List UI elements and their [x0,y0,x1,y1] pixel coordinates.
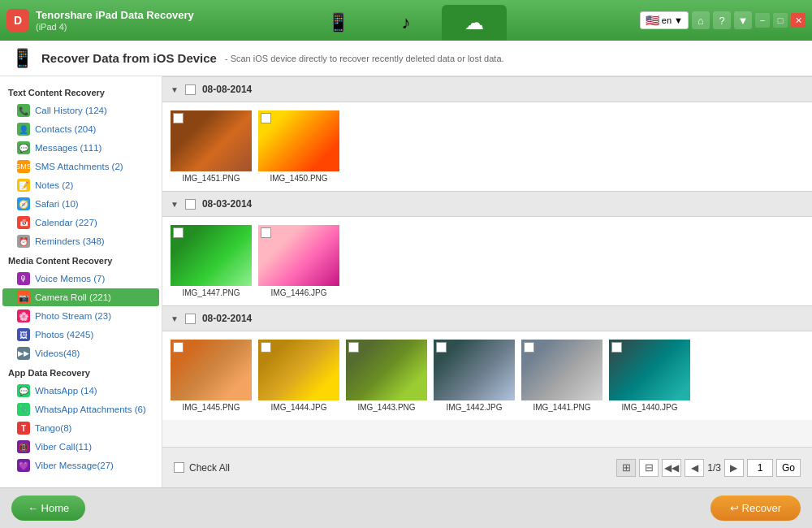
thumb-label: IMG_1444.JPG [271,403,327,412]
sidebar-item-contacts[interactable]: 👤 Contacts (204) [2,120,159,138]
thumbnail-image [258,110,339,171]
sidebar-item-photo-stream[interactable]: 🌸 Photo Stream (23) [2,307,159,325]
whatsapp-icon: 💬 [17,384,30,397]
tab-cloud[interactable]: ☁ [442,5,507,41]
viber-call-icon: 📵 [17,440,30,453]
thumb-item[interactable]: IMG_1447.PNG [171,225,252,297]
check-all-area: Check All [174,462,230,474]
thumb-item[interactable]: IMG_1442.JPG [434,340,515,412]
sidebar-item-whatsapp[interactable]: 💬 WhatsApp (14) [2,382,159,400]
sidebar-item-viber-message[interactable]: 💜 Viber Message(27) [2,457,159,474]
sidebar-item-call-history[interactable]: 📞 Call History (124) [2,102,159,119]
device-icon: 📱 [11,48,33,69]
grid-view-sm-button[interactable]: ⊞ [616,459,636,477]
calendar-label: Calendar (227) [35,218,97,227]
sidebar-item-camera-roll[interactable]: 📷 Camera Roll (221) [2,288,159,306]
close-button[interactable]: ✕ [791,13,806,28]
thumb-checkbox[interactable] [611,342,622,353]
more-icon-btn[interactable]: ▼ [734,11,752,29]
viber-call-label: Viber Call(11) [35,442,92,452]
thumb-item[interactable]: IMG_1440.JPG [609,340,690,412]
collapse-arrow-icon[interactable]: ▼ [171,314,179,323]
sub-header: 📱 Recover Data from iOS Device - Scan iO… [0,41,812,76]
app-title-container: Tenorshare iPad Data Recovery (iPad 4) [36,9,194,32]
messages-label: Messages (111) [35,143,102,153]
sidebar-item-voice-memos[interactable]: 🎙 Voice Memos (7) [2,270,159,288]
thumb-checkbox[interactable] [173,342,184,353]
thumb-item[interactable]: IMG_1446.JPG [258,225,339,297]
thumb-label: IMG_1451.PNG [182,174,240,183]
minimize-button[interactable]: − [755,13,770,28]
sidebar-item-viber-call[interactable]: 📵 Viber Call(11) [2,438,159,456]
thumb-checkbox[interactable] [524,342,534,353]
sidebar-item-whatsapp-attachments[interactable]: 📎 WhatsApp Attachments (6) [2,400,159,418]
photo-stream-icon: 🌸 [17,309,30,322]
app-logo: D [6,9,29,32]
date-label-2: 08-03-2014 [202,198,252,210]
safari-icon: 🧭 [17,197,30,210]
date-label-3: 08-02-2014 [202,313,252,324]
thumb-checkbox[interactable] [173,227,184,238]
thumb-item[interactable]: IMG_1441.PNG [521,340,603,412]
collapse-arrow-icon[interactable]: ▼ [171,200,179,209]
thumb-checkbox[interactable] [348,342,359,353]
videos-icon: ▶▶ [17,347,30,360]
thumb-checkbox[interactable] [261,227,271,238]
tab-device[interactable]: 📱 [305,5,370,41]
date-group-checkbox-3[interactable] [185,314,196,324]
sidebar-item-messages[interactable]: 💬 Messages (111) [2,139,159,157]
thumb-item[interactable]: IMG_1443.PNG [346,340,427,412]
grid-view-lg-button[interactable]: ⊟ [639,459,659,477]
title-right-controls: 🇺🇸 en ▼ ⌂ ? ▼ − □ ✕ [640,11,806,29]
date-group-checkbox-2[interactable] [185,199,196,210]
home-button[interactable]: ← Home [11,496,85,521]
thumb-item[interactable]: IMG_1450.PNG [258,110,339,183]
thumbnail-image [171,340,252,400]
thumb-checkbox[interactable] [261,342,271,353]
sidebar-item-tango[interactable]: T Tango(8) [2,419,159,437]
sidebar-item-photos[interactable]: 🖼 Photos (4245) [2,326,159,344]
call-history-label: Call History (124) [35,106,107,115]
home-icon-btn[interactable]: ⌂ [692,11,710,29]
sidebar-item-videos[interactable]: ▶▶ Videos(48) [2,344,159,362]
help-icon-btn[interactable]: ? [713,11,731,29]
thumb-item[interactable]: IMG_1451.PNG [171,110,252,183]
whatsapp-label: WhatsApp (14) [35,386,97,396]
sub-header-title: Recover Data from iOS Device [41,51,217,65]
prev-page-button[interactable]: ◀ [685,459,704,477]
main-content: Text Content Recovery 📞 Call History (12… [0,76,812,487]
thumb-item[interactable]: IMG_1445.PNG [171,340,252,412]
date-group-checkbox-1[interactable] [185,84,196,95]
messages-icon: 💬 [17,141,30,154]
notes-icon: 📝 [17,179,30,192]
thumb-item[interactable]: IMG_1444.JPG [258,340,339,412]
section-text-recovery: Text Content Recovery [0,83,162,101]
content-scroll[interactable]: ▼ 08-08-2014 IMG_1451.PNG [162,76,812,447]
next-page-button[interactable]: ▶ [724,459,744,477]
sms-attach-label: SMS Attachments (2) [35,162,123,171]
thumb-label: IMG_1442.JPG [447,403,503,412]
sidebar-item-notes[interactable]: 📝 Notes (2) [2,176,159,194]
thumbnail-image [258,225,339,286]
first-page-button[interactable]: ◀◀ [662,459,681,477]
collapse-arrow-icon[interactable]: ▼ [171,85,179,94]
go-button[interactable]: Go [776,459,801,477]
title-bar: D Tenorshare iPad Data Recovery (iPad 4)… [0,0,812,41]
sidebar-item-safari[interactable]: 🧭 Safari (10) [2,195,159,213]
language-selector[interactable]: 🇺🇸 en ▼ [640,11,689,29]
check-all-checkbox[interactable] [174,462,184,473]
thumb-checkbox[interactable] [261,113,271,123]
thumb-checkbox[interactable] [173,113,184,123]
thumb-checkbox[interactable] [436,342,447,353]
tab-music[interactable]: ♪ [374,5,438,41]
sidebar-item-sms-attachments[interactable]: SMS SMS Attachments (2) [2,158,159,175]
recover-button[interactable]: ↩ Recover [710,496,801,521]
contacts-label: Contacts (204) [35,124,96,134]
sidebar-item-calendar[interactable]: 📅 Calendar (227) [2,214,159,232]
nav-tabs: 📱 ♪ ☁ [304,0,508,41]
page-number-input[interactable] [747,459,773,477]
sidebar-item-reminders[interactable]: ⏰ Reminders (348) [2,232,159,250]
date-group-3: ▼ 08-02-2014 IMG_1445.PNG [162,305,812,420]
thumb-label: IMG_1440.JPG [622,403,678,412]
maximize-button[interactable]: □ [773,13,788,28]
